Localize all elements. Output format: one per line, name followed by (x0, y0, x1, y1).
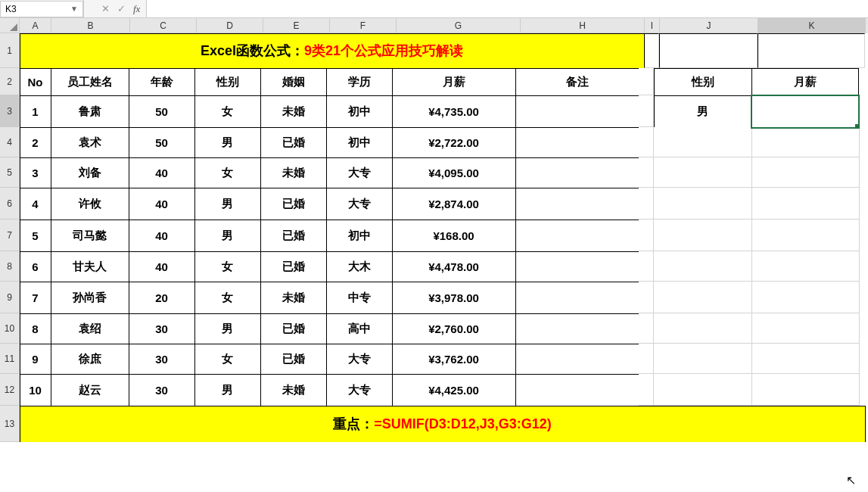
data-cell[interactable]: 2 (20, 127, 51, 158)
cell[interactable] (639, 95, 654, 127)
data-cell[interactable]: 未婚 (260, 282, 327, 314)
row-header-13[interactable]: 13 (0, 406, 20, 442)
column-header-D[interactable]: D (197, 18, 263, 33)
data-cell[interactable]: 50 (129, 127, 195, 158)
data-cell[interactable]: 4 (20, 188, 51, 220)
data-cell[interactable]: 袁绍 (51, 313, 129, 344)
row-header-3[interactable]: 3 (0, 95, 20, 127)
row-header-5[interactable]: 5 (0, 157, 20, 188)
data-cell[interactable]: ¥3,762.00 (392, 344, 516, 375)
side-header-gender[interactable]: 性别 (654, 68, 752, 96)
data-cell[interactable]: 徐庶 (51, 344, 129, 375)
header-no[interactable]: No (20, 68, 51, 96)
data-cell[interactable]: 未婚 (260, 157, 327, 188)
name-box[interactable]: K3 ▼ (0, 1, 83, 17)
column-header-A[interactable]: A (20, 18, 51, 33)
data-cell[interactable]: 40 (129, 157, 195, 188)
data-cell[interactable]: 未婚 (260, 374, 327, 406)
header-age[interactable]: 年龄 (129, 68, 195, 96)
cancel-icon[interactable]: ✕ (101, 3, 110, 14)
data-cell[interactable]: 大专 (326, 344, 393, 375)
cell[interactable] (654, 157, 752, 188)
data-cell[interactable]: 女 (194, 157, 261, 188)
data-cell[interactable] (515, 220, 639, 252)
data-cell[interactable] (515, 127, 639, 158)
side-header-salary[interactable]: 月薪 (751, 68, 859, 96)
cell[interactable] (659, 33, 758, 68)
header-marriage[interactable]: 婚姻 (260, 68, 327, 96)
cell[interactable] (752, 344, 860, 374)
data-cell[interactable]: 司马懿 (51, 220, 129, 252)
cell[interactable] (752, 127, 860, 157)
data-cell[interactable]: 女 (194, 282, 261, 314)
row-header-11[interactable]: 11 (0, 344, 20, 374)
data-cell[interactable] (515, 188, 639, 220)
data-cell[interactable]: 3 (20, 157, 51, 188)
data-cell[interactable]: ¥2,722.00 (392, 127, 516, 158)
data-cell[interactable]: 30 (129, 344, 195, 375)
data-cell[interactable]: 30 (129, 374, 195, 406)
header-gender[interactable]: 性别 (194, 68, 261, 96)
column-header-E[interactable]: E (263, 18, 330, 33)
cell[interactable] (758, 33, 865, 68)
data-cell[interactable]: 女 (194, 344, 261, 375)
data-cell[interactable]: 5 (20, 220, 51, 252)
data-cell[interactable]: 赵云 (51, 374, 129, 406)
cell[interactable] (654, 220, 752, 251)
data-cell[interactable]: 甘夫人 (51, 251, 129, 282)
data-cell[interactable]: 男 (194, 220, 261, 252)
cell[interactable] (654, 188, 752, 220)
data-cell[interactable]: 大专 (326, 374, 393, 406)
data-cell[interactable]: ¥168.00 (392, 220, 516, 252)
data-cell[interactable]: 初中 (326, 95, 393, 128)
data-cell[interactable]: 许攸 (51, 188, 129, 220)
data-cell[interactable]: 女 (194, 251, 261, 282)
cell[interactable] (644, 33, 659, 68)
cell[interactable] (654, 374, 752, 406)
select-all-corner[interactable] (0, 18, 20, 33)
header-salary[interactable]: 月薪 (392, 68, 516, 96)
fx-icon[interactable]: fx (133, 3, 140, 15)
data-cell[interactable] (515, 374, 639, 406)
name-box-dropdown-icon[interactable]: ▼ (70, 5, 78, 13)
column-header-G[interactable]: G (397, 18, 521, 33)
row-header-7[interactable]: 7 (0, 220, 20, 251)
data-cell[interactable]: 7 (20, 282, 51, 314)
column-header-B[interactable]: B (51, 18, 130, 33)
data-cell[interactable]: 6 (20, 251, 51, 282)
cell[interactable] (752, 282, 860, 313)
data-cell[interactable]: 初中 (326, 127, 393, 158)
data-cell[interactable] (515, 95, 639, 128)
accept-icon[interactable]: ✓ (117, 3, 126, 14)
cell[interactable] (639, 188, 654, 220)
data-cell[interactable]: 男 (194, 374, 261, 406)
row-header-8[interactable]: 8 (0, 251, 20, 282)
footer-cell[interactable]: 重点：=SUMIF(D3:D12,J3,G3:G12) (20, 406, 866, 443)
data-cell[interactable]: 已婚 (260, 251, 327, 282)
cell[interactable] (639, 313, 654, 344)
column-header-I[interactable]: I (645, 18, 660, 33)
data-cell[interactable]: 1 (20, 95, 51, 128)
cell[interactable] (654, 251, 752, 282)
data-cell[interactable] (515, 251, 639, 282)
data-cell[interactable]: 未婚 (260, 95, 327, 128)
data-cell[interactable]: 20 (129, 282, 195, 314)
row-header-6[interactable]: 6 (0, 188, 20, 220)
data-cell[interactable]: 40 (129, 220, 195, 252)
cell[interactable] (639, 251, 654, 282)
data-cell[interactable]: 已婚 (260, 344, 327, 375)
data-cell[interactable]: 中专 (326, 282, 393, 314)
data-cell[interactable]: ¥4,425.00 (392, 374, 516, 406)
data-cell[interactable]: ¥2,874.00 (392, 188, 516, 220)
data-cell[interactable]: 刘备 (51, 157, 129, 188)
cell[interactable] (654, 344, 752, 374)
row-header-9[interactable]: 9 (0, 282, 20, 313)
data-cell[interactable]: 大专 (326, 157, 393, 188)
data-cell[interactable]: ¥3,978.00 (392, 282, 516, 314)
data-cell[interactable]: 40 (129, 251, 195, 282)
cell[interactable] (654, 282, 752, 313)
column-header-K[interactable]: K (758, 18, 866, 33)
data-cell[interactable]: 已婚 (260, 188, 327, 220)
cell[interactable] (752, 313, 860, 344)
data-cell[interactable]: 已婚 (260, 313, 327, 344)
